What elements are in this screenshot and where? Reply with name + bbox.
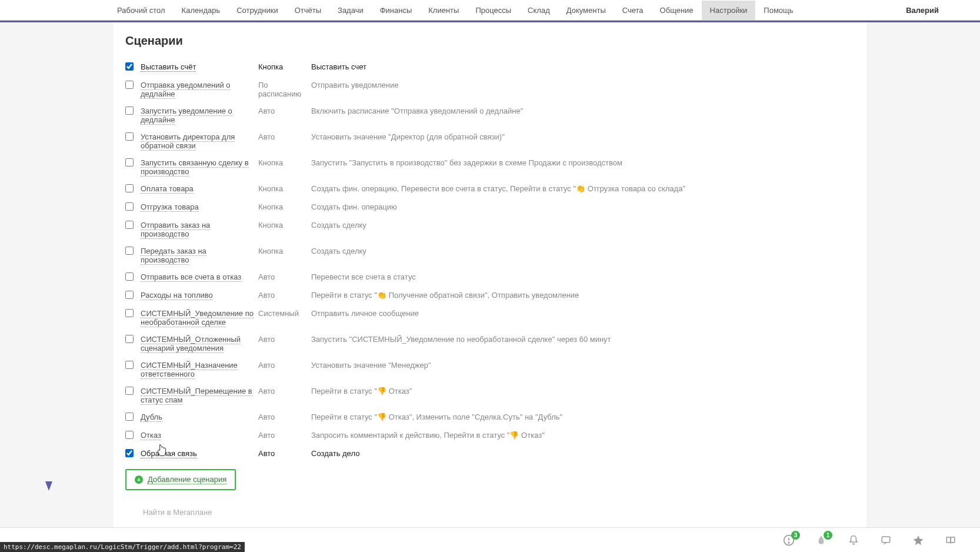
scenario-type: По расписанию — [258, 77, 311, 102]
scenario-description: Перевести все счета в статус — [311, 268, 855, 287]
scenario-row: Выставить счётКнопкаВыставить счет — [125, 58, 855, 77]
sidebar-handle-icon[interactable] — [45, 481, 52, 491]
scenario-type: Кнопка — [258, 217, 311, 242]
scenario-description: Создать сделку — [311, 217, 855, 242]
nav-item-10[interactable]: Счета — [614, 1, 652, 20]
scenario-checkbox[interactable] — [125, 291, 134, 299]
scenario-checkbox[interactable] — [125, 449, 134, 457]
scenario-checkbox[interactable] — [125, 184, 134, 192]
search-placeholder-text[interactable]: Найти в Мегаплане — [125, 508, 855, 517]
scenario-row: ДубльАвтоПерейти в статус "👎 Отказ", Изм… — [125, 408, 855, 427]
scenario-checkbox[interactable] — [125, 413, 134, 421]
nav-item-13[interactable]: Помощь — [755, 1, 801, 20]
alerts-badge: 3 — [791, 531, 800, 540]
add-scenario-button[interactable]: + Добавление сценария — [125, 469, 236, 490]
nav-item-9[interactable]: Документы — [558, 1, 614, 20]
scenario-name-link[interactable]: СИСТЕМНЫЙ_Отложенный сценарий уведомлени… — [141, 335, 241, 353]
scenario-description: Установить значение "Менеджер" — [311, 357, 855, 383]
svg-point-2 — [788, 542, 789, 543]
scenario-row: Обратная связьАвтоСоздать дело — [125, 445, 855, 463]
scenario-row: ОтказАвтоЗапросить комментарий к действи… — [125, 427, 855, 445]
scenario-type: Авто — [258, 331, 311, 357]
scenario-checkbox[interactable] — [125, 247, 134, 255]
scenario-row: Передать заказ на производствоКнопкаСозд… — [125, 242, 855, 268]
nav-item-11[interactable]: Общение — [652, 1, 702, 20]
scenario-checkbox[interactable] — [125, 81, 134, 89]
scenario-type: Кнопка — [258, 58, 311, 77]
nav-item-8[interactable]: Склад — [519, 1, 558, 20]
scenario-description: Создать дело — [311, 445, 855, 463]
scenario-checkbox[interactable] — [125, 62, 134, 71]
scenario-name-link[interactable]: Отказ — [141, 431, 161, 440]
scenario-description: Перейти в статус "👏 Получение обратной с… — [311, 287, 855, 305]
nav-item-0[interactable]: Рабочий стол — [109, 1, 174, 20]
scenario-description: Создать фин. операцию — [311, 198, 855, 217]
scenario-description: Перейти в статус "👎 Отказ", Изменить пол… — [311, 408, 855, 427]
fire-icon[interactable]: 1 — [815, 534, 827, 546]
scenario-type: Кнопка — [258, 180, 311, 198]
scenario-checkbox[interactable] — [125, 221, 134, 229]
nav-item-4[interactable]: Задачи — [329, 1, 372, 20]
scenario-checkbox[interactable] — [125, 387, 134, 395]
scenarios-table: Выставить счётКнопкаВыставить счетОтправ… — [125, 58, 855, 463]
scenario-checkbox[interactable] — [125, 158, 134, 167]
scenario-type: Кнопка — [258, 198, 311, 217]
scenario-name-link[interactable]: Расходы на топливо — [141, 291, 213, 300]
status-bar-url: https://desc.megaplan.ru/LogicStm/Trigge… — [0, 542, 245, 552]
scenario-checkbox[interactable] — [125, 431, 134, 439]
scenario-name-link[interactable]: СИСТЕМНЫЙ_Назначение ответственного — [141, 361, 238, 379]
scenario-checkbox[interactable] — [125, 361, 134, 369]
nav-item-3[interactable]: Отчёты — [286, 1, 329, 20]
scenario-name-link[interactable]: Передать заказ на производство — [141, 247, 206, 265]
scenario-type: Авто — [258, 445, 311, 463]
scenario-type: Кнопка — [258, 242, 311, 268]
chat-icon[interactable] — [880, 534, 892, 546]
scenario-row: Отправить все счета в отказАвтоПеревести… — [125, 268, 855, 287]
scenario-checkbox[interactable] — [125, 272, 134, 281]
scenario-description: Создать фин. операцию, Перевести все сче… — [311, 180, 855, 198]
scenario-description: Включить расписание "Отправка уведомлени… — [311, 102, 855, 128]
scenario-checkbox[interactable] — [125, 202, 134, 211]
scenario-name-link[interactable]: Отправка уведомлений о дедлайне — [141, 81, 231, 99]
scenario-type: Авто — [258, 102, 311, 128]
scenario-description: Установить значение "Директор (для обрат… — [311, 128, 855, 154]
book-icon[interactable] — [945, 534, 956, 546]
scenario-type: Системный — [258, 305, 311, 331]
scenario-checkbox[interactable] — [125, 132, 134, 141]
scenario-name-link[interactable]: СИСТЕМНЫЙ_Перемещение в статус спам — [141, 387, 252, 405]
scenario-name-link[interactable]: Отправить все счета в отказ — [141, 272, 241, 282]
scenario-name-link[interactable]: Дубль — [141, 413, 162, 422]
nav-item-1[interactable]: Календарь — [174, 1, 229, 20]
nav-item-2[interactable]: Сотрудники — [228, 1, 286, 20]
scenario-name-link[interactable]: Запустить уведомление о дедлайне — [141, 107, 232, 125]
scenario-name-link[interactable]: Установить директора для обратной связи — [141, 132, 235, 151]
bell-icon[interactable] — [848, 534, 859, 546]
scenario-checkbox[interactable] — [125, 309, 134, 317]
scenario-name-link[interactable]: Обратная связь — [141, 449, 197, 458]
scenario-description: Запросить комментарий к действию, Перейт… — [311, 427, 855, 445]
page-title: Сценарии — [125, 34, 855, 48]
nav-item-7[interactable]: Процессы — [467, 1, 519, 20]
plus-icon: + — [135, 475, 143, 484]
scenario-description: Создать сделку — [311, 242, 855, 268]
scenario-checkbox[interactable] — [125, 335, 134, 343]
scenario-row: Установить директора для обратной связиА… — [125, 128, 855, 154]
scenario-name-link[interactable]: Выставить счёт — [141, 62, 196, 72]
add-scenario-label: Добавление сценария — [148, 475, 226, 484]
scenario-name-link[interactable]: Отгрузка товара — [141, 202, 199, 212]
scenario-name-link[interactable]: СИСТЕМНЫЙ_Уведомление по необработанной … — [141, 309, 254, 327]
scenario-name-link[interactable]: Запустить связанную сделку в производств… — [141, 158, 249, 177]
scenario-type: Авто — [258, 268, 311, 287]
scenario-description: Выставить счет — [311, 58, 855, 77]
scenario-type: Авто — [258, 128, 311, 154]
scenario-checkbox[interactable] — [125, 107, 134, 115]
alerts-icon[interactable]: 3 — [783, 534, 795, 546]
scenario-name-link[interactable]: Отправить заказ на производство — [141, 221, 210, 239]
nav-item-12[interactable]: Настройки — [702, 1, 756, 20]
nav-item-6[interactable]: Клиенты — [420, 1, 467, 20]
scenario-name-link[interactable]: Оплата товара — [141, 184, 194, 194]
nav-item-5[interactable]: Финансы — [372, 1, 421, 20]
scenario-row: Оплата товараКнопкаСоздать фин. операцию… — [125, 180, 855, 198]
user-name[interactable]: Валерий — [906, 6, 968, 15]
star-icon[interactable] — [912, 534, 924, 546]
